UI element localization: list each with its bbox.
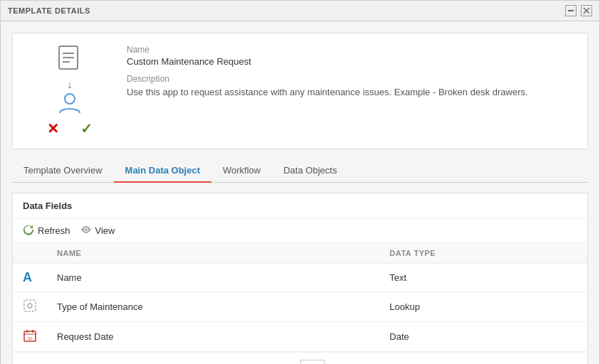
svg-text:31: 31 [28, 336, 33, 341]
date-field-icon: 31 [23, 328, 37, 343]
view-label: View [95, 225, 115, 236]
row-1-type: Text [379, 264, 587, 292]
info-text-area: Name Custom Maintenance Request Descript… [127, 45, 573, 137]
info-card: ↓ ✕ ✓ Name Custom Maintenance Request [12, 33, 588, 149]
window-controls [565, 5, 592, 16]
check-status-icon: ✓ [80, 120, 93, 137]
prev-page-button[interactable]: ‹ [276, 360, 295, 364]
row-1-name: Name [47, 264, 379, 292]
main-panel: Data Fields Refresh [12, 193, 588, 364]
row-1-icon: A [13, 264, 47, 292]
tab-main-data-object[interactable]: Main Data Object [114, 159, 211, 183]
view-button[interactable]: View [80, 224, 115, 237]
app-icon-area: ↓ ✕ ✓ [27, 45, 112, 137]
view-icon [80, 224, 92, 237]
status-icons: ✕ ✓ [47, 120, 93, 137]
arrow-down-icon: ↓ [68, 79, 73, 90]
document-icon [56, 45, 84, 76]
text-field-icon: A [23, 270, 32, 284]
next-page-button[interactable]: › [330, 360, 349, 364]
refresh-button[interactable]: Refresh [23, 224, 70, 237]
table-row: A Name Text [13, 264, 587, 292]
row-2-type: Lookup [379, 292, 587, 322]
row-2-icon [13, 292, 47, 322]
app-icon-container: ↓ ✕ ✓ [47, 45, 93, 137]
minimize-button[interactable] [565, 5, 577, 16]
th-name: NAME [47, 243, 379, 264]
svg-rect-0 [568, 10, 574, 11]
data-table: NAME DATA TYPE A Name Text [13, 243, 587, 352]
toolbar: Refresh View [13, 219, 587, 243]
pagination: « ‹ › [13, 352, 587, 364]
row-3-type: Date [379, 322, 587, 352]
refresh-icon [23, 224, 34, 237]
table-row: 31 Request Date Date [13, 322, 587, 352]
description-label: Description [127, 74, 573, 84]
x-status-icon: ✕ [47, 120, 59, 137]
tab-workflow[interactable]: Workflow [211, 159, 272, 183]
window-title: TEMPLATE DETAILS [8, 6, 90, 15]
tab-data-objects[interactable]: Data Objects [272, 159, 348, 183]
first-page-button[interactable]: « [252, 360, 270, 364]
svg-rect-8 [24, 300, 36, 311]
content-area: ↓ ✕ ✓ Name Custom Maintenance Request [1, 21, 599, 364]
th-icon [13, 243, 47, 264]
close-button[interactable] [581, 5, 592, 16]
template-details-window: TEMPLATE DETAILS [0, 0, 600, 364]
svg-point-7 [65, 94, 75, 104]
row-2-name: Type of Maintenance [47, 292, 379, 322]
row-3-name: Request Date [47, 322, 379, 352]
panel-header: Data Fields [13, 193, 587, 219]
name-value: Custom Maintenance Request [127, 56, 573, 67]
th-data-type: DATA TYPE [379, 243, 587, 264]
table-body: A Name Text Type of Maintena [13, 264, 587, 352]
page-number-input[interactable] [300, 360, 325, 364]
svg-point-9 [28, 304, 32, 308]
tab-template-overview[interactable]: Template Overview [12, 159, 114, 183]
row-3-icon: 31 [13, 322, 47, 352]
table-header-row: NAME DATA TYPE [13, 243, 587, 264]
lookup-field-icon [23, 299, 37, 313]
title-bar: TEMPLATE DETAILS [1, 1, 599, 21]
name-label: Name [127, 45, 573, 55]
table-row: Type of Maintenance Lookup [13, 292, 587, 322]
person-icon [57, 93, 83, 114]
refresh-label: Refresh [38, 225, 70, 236]
description-value: Use this app to request assistance with … [127, 85, 573, 100]
tabs-bar: Template Overview Main Data Object Workf… [12, 159, 588, 183]
